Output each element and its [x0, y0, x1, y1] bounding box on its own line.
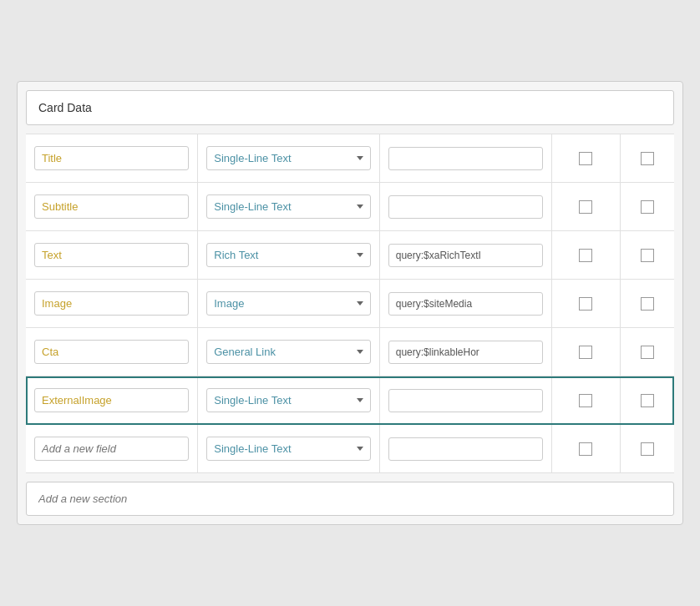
new-field-source-input[interactable]	[388, 437, 543, 461]
field-checkbox-1[interactable]	[579, 152, 592, 165]
field-checkbox-1[interactable]	[579, 346, 592, 359]
field-checkbox-1[interactable]	[579, 249, 592, 262]
section-header: Card Data	[26, 90, 674, 125]
field-source-input[interactable]	[388, 147, 543, 170]
table-row: Single-Line TextRich TextImageGeneral Li…	[26, 134, 674, 183]
table-row: Single-Line TextRich TextImageGeneral Li…	[26, 328, 674, 376]
table-row: Single-Line TextRich TextImageGeneral Li…	[26, 231, 674, 280]
field-name-input[interactable]	[34, 146, 189, 170]
add-section-input[interactable]	[38, 492, 662, 505]
new-field-checkbox-1[interactable]	[579, 442, 592, 456]
field-name-input[interactable]	[34, 194, 189, 219]
add-field-row: Single-Line TextRich TextImageGeneral Li…	[26, 425, 674, 473]
field-type-select[interactable]: Single-Line TextRich TextImageGeneral Li…	[206, 291, 371, 316]
field-source-input[interactable]	[388, 389, 543, 412]
field-source-input[interactable]	[388, 292, 543, 316]
field-name-input[interactable]	[34, 340, 189, 364]
field-source-input[interactable]	[388, 195, 543, 219]
field-type-select[interactable]: Single-Line TextRich TextImageGeneral Li…	[206, 243, 371, 267]
fields-table-wrapper: Single-Line TextRich TextImageGeneral Li…	[26, 134, 674, 473]
field-type-select[interactable]: Single-Line TextRich TextImageGeneral Li…	[206, 340, 371, 364]
table-row: Single-Line TextRich TextImageGeneral Li…	[26, 376, 674, 425]
new-field-name-input[interactable]	[34, 437, 189, 461]
add-section-row[interactable]	[26, 482, 674, 516]
fields-table: Single-Line TextRich TextImageGeneral Li…	[26, 134, 674, 473]
field-type-select[interactable]: Single-Line TextRich TextImageGeneral Li…	[206, 388, 371, 412]
card-container: Card Data Single-Line TextRich TextImage…	[17, 81, 683, 525]
field-source-input[interactable]	[388, 341, 543, 364]
field-checkbox-2[interactable]	[641, 152, 654, 165]
field-checkbox-1[interactable]	[579, 200, 592, 214]
field-checkbox-2[interactable]	[641, 394, 654, 407]
field-name-input[interactable]	[34, 388, 189, 412]
field-checkbox-2[interactable]	[641, 200, 654, 214]
field-checkbox-2[interactable]	[641, 297, 654, 311]
field-name-input[interactable]	[34, 291, 189, 316]
field-checkbox-2[interactable]	[641, 346, 654, 359]
section-title: Card Data	[38, 101, 92, 114]
field-name-input[interactable]	[34, 243, 189, 267]
table-row: Single-Line TextRich TextImageGeneral Li…	[26, 183, 674, 231]
new-field-checkbox-2[interactable]	[641, 442, 654, 456]
field-type-select[interactable]: Single-Line TextRich TextImageGeneral Li…	[206, 194, 371, 219]
field-checkbox-1[interactable]	[579, 297, 592, 311]
field-checkbox-2[interactable]	[641, 249, 654, 262]
new-field-type-select[interactable]: Single-Line TextRich TextImageGeneral Li…	[206, 437, 371, 461]
table-row: Single-Line TextRich TextImageGeneral Li…	[26, 280, 674, 328]
field-source-input[interactable]	[388, 244, 543, 267]
field-type-select[interactable]: Single-Line TextRich TextImageGeneral Li…	[206, 146, 371, 170]
field-checkbox-1[interactable]	[579, 394, 592, 407]
